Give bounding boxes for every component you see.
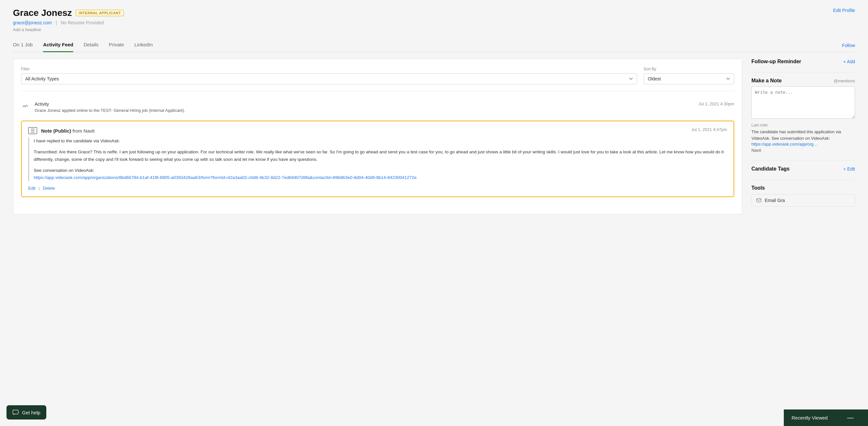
recently-viewed-label: Recently Viewed xyxy=(792,415,828,421)
candidate-tags-section: Candidate Tags + Edit xyxy=(751,166,855,172)
candidate-name: Grace Jonesz INTERNAL APPLICANT xyxy=(13,8,124,18)
note-action-separator: | xyxy=(38,186,39,191)
activity-graph-icon xyxy=(22,103,29,110)
tabs: On 1 Job Activity Feed Details Private L… xyxy=(13,38,153,52)
tab-private[interactable]: Private xyxy=(109,38,124,52)
delete-note-button[interactable]: Delete xyxy=(43,186,55,191)
tab-activityfeed[interactable]: Activity Feed xyxy=(43,38,73,52)
add-reminder-button[interactable]: + Add xyxy=(843,59,855,64)
svg-rect-0 xyxy=(756,199,761,202)
divider xyxy=(21,91,734,91)
sidebar-divider-2 xyxy=(751,161,855,161)
candidate-tags-title: Candidate Tags xyxy=(751,166,789,172)
make-note-title: Make a Note xyxy=(751,78,781,84)
note-icon xyxy=(28,127,37,134)
tab-linkedin[interactable]: LinkedIn xyxy=(134,38,153,52)
note-videoask-link[interactable]: https://app.videoask.com/app/organizatio… xyxy=(34,175,416,180)
tabs-row: On 1 Job Activity Feed Details Private L… xyxy=(13,38,855,52)
filter-group: Filter All Activity Types xyxy=(21,67,637,84)
tools-section: Tools Email Gra xyxy=(751,185,855,206)
note-card-header: Note (Public) from Navit Jul 1, 2021 4:4… xyxy=(28,127,727,134)
note-textarea[interactable] xyxy=(751,86,855,119)
note-card: Note (Public) from Navit Jul 1, 2021 4:4… xyxy=(21,121,734,197)
sidebar-divider-1 xyxy=(751,72,855,73)
note-actions: Edit | Delete xyxy=(28,186,727,191)
email-tool-button[interactable]: Email Gra xyxy=(751,194,855,206)
bottom-bar: Recently Viewed — xyxy=(784,409,868,426)
edit-profile-button[interactable]: Edit Profile xyxy=(833,8,855,13)
tools-title: Tools xyxy=(751,185,765,191)
filter-label: Filter xyxy=(21,67,637,71)
add-headline[interactable]: Add a headline xyxy=(13,27,124,32)
email-icon xyxy=(756,198,762,203)
candidate-info: Grace Jonesz INTERNAL APPLICANT grace@jo… xyxy=(13,8,124,32)
email-tool-label: Email Gra xyxy=(765,198,785,203)
filter-row: Filter All Activity Types Sort By Oldest xyxy=(21,67,734,84)
activity-title: Activity xyxy=(35,102,49,107)
tab-details[interactable]: Details xyxy=(84,38,98,52)
activity-description: Grace Jonesz applied online to the TEST-… xyxy=(35,108,734,113)
filter-select[interactable]: All Activity Types xyxy=(21,73,637,84)
last-note-text: The candidate has submitted this applica… xyxy=(751,129,855,141)
note-inner: I have replied to the candidate via Vide… xyxy=(28,138,727,181)
activity-item: Activity Jul 1, 2021 4:30pm Grace Jonesz… xyxy=(21,96,734,118)
sidebar: Follow-up Reminder + Add Make a Note @me… xyxy=(751,59,855,214)
edit-tags-button[interactable]: + Edit xyxy=(843,166,855,171)
main-content: Filter All Activity Types Sort By Oldest xyxy=(13,59,855,214)
activity-body: Activity Jul 1, 2021 4:30pm Grace Jonesz… xyxy=(35,102,734,113)
last-note-section: Last note: The candidate has submitted t… xyxy=(751,123,855,153)
get-help-label: Get help xyxy=(22,410,40,415)
note-bar xyxy=(28,138,29,181)
get-help-button[interactable]: Get help xyxy=(6,405,46,420)
last-note-label: Last note: xyxy=(751,123,855,127)
tab-on1job[interactable]: On 1 Job xyxy=(13,38,33,52)
activity-icon xyxy=(21,102,30,111)
sort-group: Sort By Oldest xyxy=(644,67,734,84)
mentions-label: @mentions xyxy=(834,79,855,83)
sidebar-divider-3 xyxy=(751,179,855,180)
note-content: I have replied to the candidate via Vide… xyxy=(34,138,727,181)
recently-viewed-collapse[interactable]: — xyxy=(847,414,854,422)
svg-rect-1 xyxy=(13,410,19,414)
note-timestamp: Jul 1, 2021 4:47pm xyxy=(691,127,727,132)
internal-badge: INTERNAL APPLICANT xyxy=(76,10,124,16)
make-note-header: Make a Note @mentions xyxy=(751,78,855,84)
activity-header: Activity Jul 1, 2021 4:30pm xyxy=(35,102,734,107)
followup-header: Follow-up Reminder + Add xyxy=(751,59,855,64)
recently-viewed-bar[interactable]: Recently Viewed — xyxy=(784,409,868,426)
feed-section: Filter All Activity Types Sort By Oldest xyxy=(13,59,742,214)
follow-button[interactable]: Follow xyxy=(842,43,855,48)
activity-timestamp: Jul 1, 2021 4:30pm xyxy=(698,102,734,106)
last-note-link[interactable]: https://app.videoask.com/app/org… xyxy=(751,142,818,146)
no-resume: No Resume Provided xyxy=(61,20,104,25)
followup-title: Follow-up Reminder xyxy=(751,59,801,64)
candidate-email[interactable]: grace@jonesz.com xyxy=(13,20,52,25)
note-title: Note (Public) from Navit xyxy=(41,128,95,134)
tools-header: Tools xyxy=(751,185,855,191)
candidate-tags-header: Candidate Tags + Edit xyxy=(751,166,855,172)
resume-separator: | xyxy=(56,20,57,25)
followup-section: Follow-up Reminder + Add xyxy=(751,59,855,64)
last-note-author: Navit xyxy=(751,148,855,153)
sort-label: Sort By xyxy=(644,67,734,71)
sort-select[interactable]: Oldest xyxy=(644,73,734,84)
chat-icon xyxy=(12,409,19,416)
make-note-section: Make a Note @mentions Last note: The can… xyxy=(751,78,855,153)
edit-note-button[interactable]: Edit xyxy=(28,186,35,191)
